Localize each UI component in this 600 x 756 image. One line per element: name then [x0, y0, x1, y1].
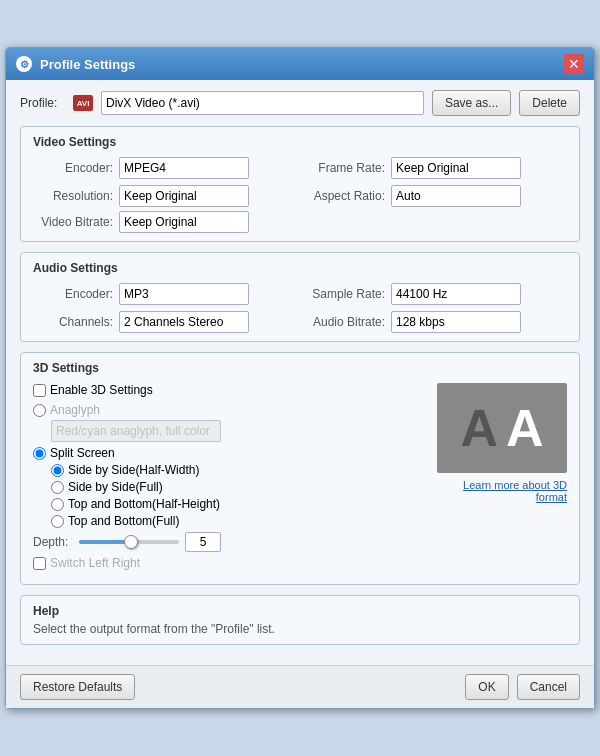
footer: Restore Defaults OK Cancel — [6, 665, 594, 708]
three-d-right: A A Learn more about 3D format — [437, 383, 567, 576]
channels-label: Channels: — [33, 315, 113, 329]
side-half-row: Side by Side(Half-Width) — [51, 463, 427, 477]
aspect-ratio-label: Aspect Ratio: — [305, 189, 385, 203]
video-settings-section: Video Settings Encoder: MPEG4 H.264 H.26… — [20, 126, 580, 242]
footer-right: OK Cancel — [465, 674, 580, 700]
slider-track — [79, 540, 129, 544]
help-title: Help — [33, 604, 567, 618]
depth-slider[interactable] — [79, 540, 179, 544]
anaglyph-row: Anaglyph — [33, 403, 427, 417]
channels-select[interactable]: 2 Channels Stereo 1 Channel Mono — [119, 311, 249, 333]
ok-button[interactable]: OK — [465, 674, 508, 700]
video-bitrate-label: Video Bitrate: — [33, 215, 113, 229]
anaglyph-radio[interactable] — [33, 404, 46, 417]
audio-settings-section: Audio Settings Encoder: MP3 AAC AC3 Samp… — [20, 252, 580, 342]
encoder-row: Encoder: MPEG4 H.264 H.265 — [33, 157, 295, 179]
help-text: Select the output format from the "Profi… — [33, 622, 567, 636]
three-d-settings-section: 3D Settings Enable 3D Settings Anaglyph — [20, 352, 580, 585]
content-area: Profile: AVI DivX Video (*.avi) MP4 Vide… — [6, 80, 594, 665]
sample-rate-select[interactable]: 44100 Hz 22050 Hz 48000 Hz — [391, 283, 521, 305]
sample-rate-label: Sample Rate: — [305, 287, 385, 301]
top-full-row: Top and Bottom(Full) — [51, 514, 427, 528]
save-as-button[interactable]: Save as... — [432, 90, 511, 116]
profile-format-icon: AVI — [73, 95, 93, 111]
restore-defaults-button[interactable]: Restore Defaults — [20, 674, 135, 700]
audio-encoder-label: Encoder: — [33, 287, 113, 301]
slider-thumb[interactable] — [124, 535, 138, 549]
side-full-radio[interactable] — [51, 481, 64, 494]
title-bar: ⚙ Profile Settings ✕ — [6, 48, 594, 80]
split-screen-label[interactable]: Split Screen — [50, 446, 115, 460]
anaglyph-select[interactable]: Red/cyan anaglyph, full color — [51, 420, 221, 442]
video-settings-title: Video Settings — [33, 135, 567, 149]
aa-letter-left: A — [460, 402, 498, 454]
switch-left-right-checkbox[interactable] — [33, 557, 46, 570]
anaglyph-select-wrapper: Red/cyan anaglyph, full color — [51, 420, 427, 442]
depth-label: Depth: — [33, 535, 73, 549]
switch-left-right-label[interactable]: Switch Left Right — [50, 556, 140, 570]
video-settings-grid: Encoder: MPEG4 H.264 H.265 Frame Rate: K… — [33, 157, 567, 207]
top-half-label[interactable]: Top and Bottom(Half-Height) — [68, 497, 220, 511]
three-d-settings-title: 3D Settings — [33, 361, 567, 375]
resolution-select[interactable]: Keep Original 1920x1080 1280x720 — [119, 185, 249, 207]
aa-preview: A A — [437, 383, 567, 473]
aspect-ratio-select[interactable]: Auto 4:3 16:9 — [391, 185, 521, 207]
audio-settings-grid: Encoder: MP3 AAC AC3 Sample Rate: 44100 … — [33, 283, 567, 333]
top-half-radio[interactable] — [51, 498, 64, 511]
split-screen-radio[interactable] — [33, 447, 46, 460]
anaglyph-label[interactable]: Anaglyph — [50, 403, 100, 417]
audio-bitrate-row: Audio Bitrate: 128 kbps 64 kbps 192 kbps — [305, 311, 567, 333]
side-half-label[interactable]: Side by Side(Half-Width) — [68, 463, 199, 477]
side-full-label[interactable]: Side by Side(Full) — [68, 480, 163, 494]
delete-button[interactable]: Delete — [519, 90, 580, 116]
learn-more-link[interactable]: Learn more about 3D format — [437, 479, 567, 503]
split-screen-options: Side by Side(Half-Width) Side by Side(Fu… — [51, 463, 427, 528]
side-full-row: Side by Side(Full) — [51, 480, 427, 494]
top-full-radio[interactable] — [51, 515, 64, 528]
split-screen-row: Split Screen — [33, 446, 427, 460]
depth-spinbox[interactable] — [185, 532, 221, 552]
profile-select[interactable]: DivX Video (*.avi) MP4 Video MKV Video — [101, 91, 424, 115]
dialog-icon: ⚙ — [16, 56, 32, 72]
three-d-left: Enable 3D Settings Anaglyph Red/cyan ana… — [33, 383, 427, 576]
side-half-radio[interactable] — [51, 464, 64, 477]
switch-left-right-row: Switch Left Right — [33, 556, 427, 570]
resolution-label: Resolution: — [33, 189, 113, 203]
aa-letter-right: A — [506, 402, 544, 454]
enable-3d-row: Enable 3D Settings — [33, 383, 427, 397]
help-section: Help Select the output format from the "… — [20, 595, 580, 645]
close-button[interactable]: ✕ — [564, 54, 584, 74]
encoder-select[interactable]: MPEG4 H.264 H.265 — [119, 157, 249, 179]
title-bar-left: ⚙ Profile Settings — [16, 56, 135, 72]
encoder-label: Encoder: — [33, 161, 113, 175]
resolution-row: Resolution: Keep Original 1920x1080 1280… — [33, 185, 295, 207]
cancel-button[interactable]: Cancel — [517, 674, 580, 700]
aspect-ratio-row: Aspect Ratio: Auto 4:3 16:9 — [305, 185, 567, 207]
channels-row: Channels: 2 Channels Stereo 1 Channel Mo… — [33, 311, 295, 333]
top-half-row: Top and Bottom(Half-Height) — [51, 497, 427, 511]
frame-rate-label: Frame Rate: — [305, 161, 385, 175]
depth-row: Depth: — [33, 532, 427, 552]
audio-settings-title: Audio Settings — [33, 261, 567, 275]
enable-3d-checkbox[interactable] — [33, 384, 46, 397]
audio-bitrate-select[interactable]: 128 kbps 64 kbps 192 kbps — [391, 311, 521, 333]
video-bitrate-select[interactable]: Keep Original 500 kbps 1000 kbps — [119, 211, 249, 233]
dialog-title: Profile Settings — [40, 57, 135, 72]
audio-encoder-row: Encoder: MP3 AAC AC3 — [33, 283, 295, 305]
three-d-content: Enable 3D Settings Anaglyph Red/cyan ana… — [33, 383, 567, 576]
profile-label: Profile: — [20, 96, 65, 110]
video-bitrate-row: Video Bitrate: Keep Original 500 kbps 10… — [33, 211, 567, 233]
profile-row: Profile: AVI DivX Video (*.avi) MP4 Vide… — [20, 90, 580, 116]
enable-3d-label[interactable]: Enable 3D Settings — [50, 383, 153, 397]
frame-rate-select[interactable]: Keep Original 24 30 — [391, 157, 521, 179]
dialog-window: ⚙ Profile Settings ✕ Profile: AVI DivX V… — [5, 47, 595, 709]
frame-rate-row: Frame Rate: Keep Original 24 30 — [305, 157, 567, 179]
sample-rate-row: Sample Rate: 44100 Hz 22050 Hz 48000 Hz — [305, 283, 567, 305]
audio-bitrate-label: Audio Bitrate: — [305, 315, 385, 329]
audio-encoder-select[interactable]: MP3 AAC AC3 — [119, 283, 249, 305]
top-full-label[interactable]: Top and Bottom(Full) — [68, 514, 179, 528]
